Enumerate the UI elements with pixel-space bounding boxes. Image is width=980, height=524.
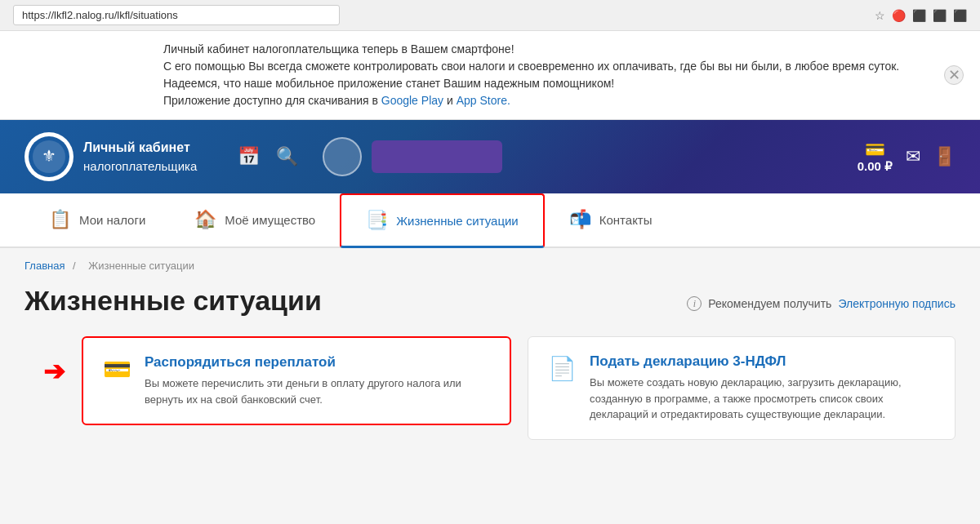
balance-area: 💳 0.00 ₽ xyxy=(858,140,893,174)
overpayment-icon: 💳 xyxy=(103,356,131,383)
property-icon: 🏠 xyxy=(194,209,216,230)
nav-label-situations: Жизненные ситуации xyxy=(396,214,519,228)
taxes-icon: 📋 xyxy=(49,209,71,230)
nav-label-contacts: Контакты xyxy=(599,213,653,227)
breadcrumb-current: Жизненные ситуации xyxy=(88,260,194,272)
contacts-icon: 📬 xyxy=(569,209,591,230)
notification-line2: С его помощью Вы всегда сможете контроли… xyxy=(163,58,947,75)
header: ⚜ Личный кабинет налогоплательщика 📅 🔍 💳… xyxy=(0,120,980,193)
page-content: Жизненные ситуации i Рекомендуем получит… xyxy=(0,277,980,464)
nav-bar: 📋 Мои налоги 🏠 Моё имущество 📑 Жизненные… xyxy=(0,193,980,248)
header-icons: 📅 🔍 xyxy=(238,146,298,167)
ext-icon2: ⬛ xyxy=(912,9,926,22)
balance-amount: 0.00 ₽ xyxy=(858,159,893,174)
card-desc-overpayment: Вы можете перечислить эти деньги в оплат… xyxy=(145,375,490,407)
card-overpayment[interactable]: 💳 Распорядиться переплатой Вы можете пер… xyxy=(82,336,511,425)
card-body-overpayment: Распорядиться переплатой Вы можете переч… xyxy=(145,354,490,407)
browser-bar: https://lkfl2.nalog.ru/lkfl/situations ☆… xyxy=(0,0,980,31)
card-title-overpayment: Распорядиться переплатой xyxy=(145,354,490,371)
cards-section: ➔ 💳 Распорядиться переплатой Вы можете п… xyxy=(24,336,956,440)
svg-text:⚜: ⚜ xyxy=(42,147,56,165)
header-right: 💳 0.00 ₽ ✉ 🚪 xyxy=(858,140,956,174)
breadcrumb: Главная / Жизненные ситуации xyxy=(0,248,980,277)
nav-item-taxes[interactable]: 📋 Мои налоги xyxy=(24,193,170,248)
notification-line3: Надеемся, что наше мобильное приложение … xyxy=(163,75,947,92)
card-desc-declaration: Вы можете создать новую декларацию, загр… xyxy=(590,375,935,423)
app-store-link[interactable]: App Store. xyxy=(457,94,510,107)
signature-link[interactable]: Электронную подпись xyxy=(838,297,956,310)
situations-icon: 📑 xyxy=(366,210,388,231)
signature-hint-text: Рекомендуем получить xyxy=(708,297,831,310)
mail-icon[interactable]: ✉ xyxy=(906,146,920,167)
info-icon: i xyxy=(687,296,702,311)
nav-item-situations[interactable]: 📑 Жизненные ситуации xyxy=(340,193,545,248)
search-icon[interactable]: 🔍 xyxy=(276,146,298,167)
star-icon[interactable]: ☆ xyxy=(875,9,885,22)
ext-icon1: 🔴 xyxy=(892,9,906,22)
ext-icon4: ⬛ xyxy=(953,9,967,22)
card-body-declaration: Подать декларацию 3-НДФЛ Вы можете созда… xyxy=(590,353,935,423)
ext-icon3: ⬛ xyxy=(933,9,947,22)
logo-area: ⚜ Личный кабинет налогоплательщика xyxy=(24,132,197,181)
card-inner-overpayment: 💳 Распорядиться переплатой Вы можете пер… xyxy=(103,354,490,407)
card-inner-declaration: 📄 Подать декларацию 3-НДФЛ Вы можете соз… xyxy=(548,353,935,423)
browser-icons: ☆ 🔴 ⬛ ⬛ ⬛ xyxy=(875,9,967,22)
logo-emblem: ⚜ xyxy=(24,132,74,181)
google-play-link[interactable]: Google Play xyxy=(381,94,443,107)
breadcrumb-home[interactable]: Главная xyxy=(24,260,65,272)
calendar-icon[interactable]: 📅 xyxy=(238,146,260,167)
wallet-icon: 💳 xyxy=(865,140,885,158)
nav-item-property[interactable]: 🏠 Моё имущество xyxy=(170,193,340,248)
user-avatar xyxy=(323,137,362,176)
arrow-right-icon: ➔ xyxy=(43,356,65,387)
user-name-box[interactable] xyxy=(372,140,502,173)
close-notification-button[interactable]: ✕ xyxy=(944,65,964,85)
page-header-row: Жизненные ситуации i Рекомендуем получит… xyxy=(24,285,956,317)
card-declaration[interactable]: 📄 Подать декларацию 3-НДФЛ Вы можете соз… xyxy=(528,336,956,440)
page-title: Жизненные ситуации xyxy=(24,285,322,317)
browser-url: https://lkfl2.nalog.ru/lkfl/situations xyxy=(13,5,340,25)
breadcrumb-separator: / xyxy=(73,260,76,272)
logo-text: Личный кабинет налогоплательщика xyxy=(83,139,197,174)
notification-line4: Приложение доступно для скачивания в Goo… xyxy=(163,92,947,109)
nav-item-contacts[interactable]: 📬 Контакты xyxy=(545,193,677,248)
logout-icon[interactable]: 🚪 xyxy=(933,146,956,167)
overpayment-arrow: ➔ xyxy=(24,336,65,387)
nav-label-property: Моё имущество xyxy=(225,213,315,227)
declaration-icon: 📄 xyxy=(548,355,577,382)
notification-line1: Личный кабинет налогоплательщика теперь … xyxy=(163,41,947,58)
header-user-area xyxy=(323,137,502,176)
nav-label-taxes: Мои налоги xyxy=(79,213,145,227)
notification-bar: Личный кабинет налогоплательщика теперь … xyxy=(0,31,980,120)
card-title-declaration: Подать декларацию 3-НДФЛ xyxy=(590,353,935,370)
signature-hint: i Рекомендуем получить Электронную подпи… xyxy=(687,296,956,311)
